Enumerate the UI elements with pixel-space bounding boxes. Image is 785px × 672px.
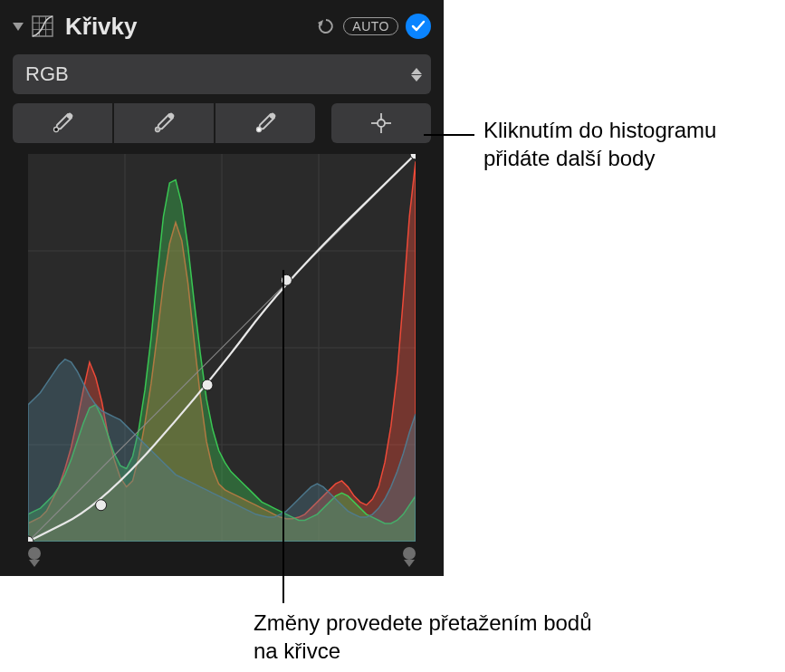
eyedropper-gray-button[interactable] <box>114 103 214 143</box>
svg-point-10 <box>257 128 262 132</box>
curve-point[interactable] <box>202 379 213 390</box>
eyedropper-white-button[interactable] <box>215 103 315 143</box>
svg-rect-9 <box>168 112 175 120</box>
svg-rect-11 <box>269 112 276 120</box>
panel-title: Křivky <box>65 13 309 41</box>
range-handles <box>28 547 416 560</box>
channel-select-value: RGB <box>25 62 69 86</box>
add-point-button[interactable] <box>331 103 431 143</box>
callout-drag-points: Změny provedete přetažením bodů na křivc… <box>254 609 616 665</box>
eyedropper-black-icon <box>50 110 75 136</box>
svg-point-6 <box>54 128 59 132</box>
svg-rect-7 <box>66 112 73 120</box>
eyedropper-black-button[interactable] <box>13 103 112 143</box>
select-stepper-icon <box>411 68 422 82</box>
checkmark-icon <box>411 19 426 34</box>
callout-line <box>424 134 474 136</box>
panel-header: Křivky AUTO <box>13 7 431 45</box>
add-point-icon <box>369 110 394 136</box>
white-point-handle[interactable] <box>403 547 416 560</box>
reset-icon[interactable] <box>316 16 336 36</box>
callout-add-points: Kliknutím do histogramu přidáte další bo… <box>483 116 782 172</box>
auto-button[interactable]: AUTO <box>343 17 398 35</box>
eyedropper-gray-icon <box>151 110 177 136</box>
curves-panel: Křivky AUTO RGB <box>0 0 444 576</box>
svg-point-8 <box>156 128 160 132</box>
curves-icon <box>31 14 54 38</box>
eyedropper-white-icon <box>253 110 278 136</box>
curve-point[interactable] <box>96 500 107 511</box>
svg-point-12 <box>378 120 385 127</box>
channel-select[interactable]: RGB <box>13 54 431 94</box>
enabled-checkmark[interactable] <box>406 14 431 39</box>
disclosure-triangle[interactable] <box>13 23 24 31</box>
curves-histogram[interactable] <box>28 154 416 542</box>
callout-line <box>282 270 284 603</box>
eyedropper-toolbar <box>13 103 431 143</box>
black-point-handle[interactable] <box>28 547 41 560</box>
